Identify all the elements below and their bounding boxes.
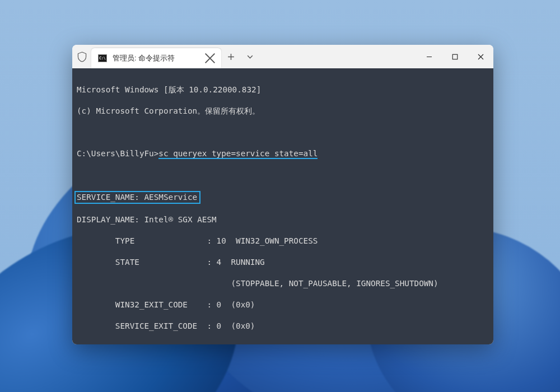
admin-shield-icon	[72, 45, 91, 68]
tab-close-button[interactable]	[204, 53, 216, 64]
output-line: TYPE : 10 WIN32_OWN_PROCESS	[77, 236, 489, 246]
minimize-button[interactable]	[416, 45, 442, 68]
tab-title: 管理员: 命令提示符	[113, 54, 199, 63]
cmd-icon	[98, 54, 107, 62]
new-tab-button[interactable]	[221, 45, 240, 68]
output-line: CHECKPOINT : 0x0	[77, 342, 489, 344]
close-button[interactable]	[468, 45, 493, 68]
terminal-window: 管理员: 命令提示符 Microsoft Windows [版本 10.0.22…	[72, 45, 493, 344]
output-line: (STOPPABLE, NOT_PAUSABLE, IGNORES_SHUTDO…	[77, 278, 489, 289]
terminal-output[interactable]: Microsoft Windows [版本 10.0.22000.832] (c…	[72, 68, 493, 344]
prompt-line: C:\Users\BillyFu>sc queryex type=service…	[77, 148, 489, 159]
window-controls	[416, 45, 493, 68]
banner-line: (c) Microsoft Corporation。保留所有权利。	[77, 106, 489, 116]
blank-line	[77, 127, 489, 138]
svg-rect-0	[452, 54, 458, 59]
titlebar[interactable]: 管理员: 命令提示符	[72, 45, 493, 68]
prompt-path: C:\Users\BillyFu>	[77, 149, 158, 158]
command-highlight: sc queryex type=service state=all	[158, 149, 318, 159]
output-line: DISPLAY_NAME: Intel® SGX AESM	[77, 214, 489, 225]
output-line: STATE : 4 RUNNING	[77, 257, 489, 268]
tab-dropdown-button[interactable]	[240, 45, 259, 68]
maximize-button[interactable]	[442, 45, 468, 68]
banner-line: Microsoft Windows [版本 10.0.22000.832]	[77, 85, 489, 95]
output-line: SERVICE_EXIT_CODE : 0 (0x0)	[77, 321, 489, 332]
service-name-highlight: SERVICE_NAME: AESMService	[74, 191, 200, 204]
blank-line	[77, 170, 489, 180]
tab-active[interactable]: 管理员: 命令提示符	[91, 48, 221, 68]
service-name-line: SERVICE_NAME: AESMService	[77, 191, 489, 204]
output-line: WIN32_EXIT_CODE : 0 (0x0)	[77, 300, 489, 310]
